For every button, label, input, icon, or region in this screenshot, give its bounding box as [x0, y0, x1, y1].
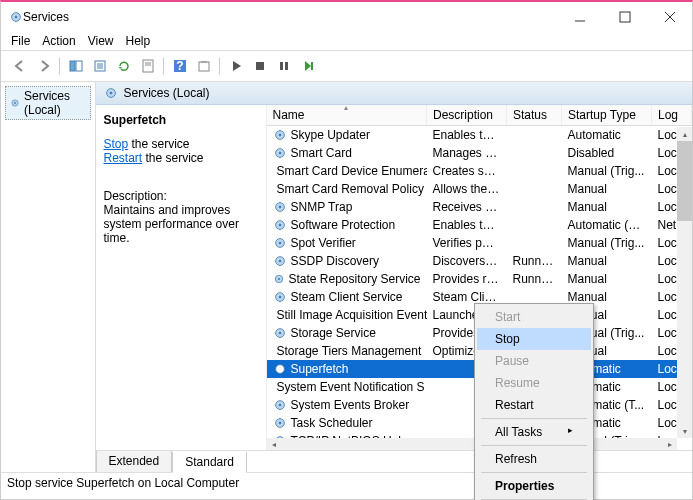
ctx-properties[interactable]: Properties	[477, 475, 591, 497]
ctx-refresh[interactable]: Refresh	[477, 448, 591, 470]
service-name: Spot Verifier	[291, 236, 356, 250]
scroll-down-icon[interactable]: ▾	[677, 424, 692, 438]
delete-button[interactable]	[193, 55, 215, 77]
restart-service-link[interactable]: Restart	[104, 151, 143, 165]
service-desc: Receives tra...	[427, 198, 507, 216]
description-label: Description:	[104, 189, 258, 203]
stop-service-link[interactable]: Stop	[104, 137, 129, 151]
service-name: SNMP Trap	[291, 200, 353, 214]
service-startup: Manual	[562, 252, 652, 270]
service-status	[507, 162, 562, 180]
svg-point-51	[278, 368, 281, 371]
service-row[interactable]: Smart Card Device Enumera...Creates soft…	[267, 162, 692, 180]
col-status[interactable]: Status	[507, 105, 562, 126]
title-bar: Services	[1, 2, 692, 32]
service-status	[507, 198, 562, 216]
col-startup[interactable]: Startup Type	[562, 105, 652, 126]
pane-title: Services (Local)	[124, 86, 210, 100]
view-tabs: Extended Standard	[96, 450, 693, 472]
ctx-separator	[481, 418, 587, 419]
vertical-scrollbar[interactable]: ▴ ▾	[677, 127, 692, 438]
ctx-start: Start	[477, 306, 591, 328]
svg-point-55	[278, 404, 281, 407]
ctx-stop[interactable]: Stop	[477, 328, 591, 350]
gear-icon	[273, 218, 287, 232]
service-row[interactable]: State Repository ServiceProvides re...Ru…	[267, 270, 692, 288]
services-icon	[9, 10, 23, 24]
pause-service-button[interactable]	[273, 55, 295, 77]
context-menu: Start Stop Pause Resume Restart All Task…	[474, 303, 594, 500]
refresh-button[interactable]	[113, 55, 135, 77]
svg-point-25	[278, 134, 281, 137]
service-row[interactable]: SNMP TrapReceives tra...ManualLoc	[267, 198, 692, 216]
service-row[interactable]: Skype UpdaterEnables the ...AutomaticLoc	[267, 126, 692, 145]
scroll-right-icon[interactable]: ▸	[663, 440, 677, 449]
minimize-button[interactable]	[557, 2, 602, 32]
ctx-all-tasks[interactable]: All Tasks▸	[477, 421, 591, 443]
service-row[interactable]: Software ProtectionEnables the ...Automa…	[267, 216, 692, 234]
service-row[interactable]: Smart Card Removal PolicyAllows the s...…	[267, 180, 692, 198]
service-desc: Enables the ...	[427, 126, 507, 145]
svg-point-27	[278, 152, 281, 155]
service-name: Smart Card Removal Policy	[277, 182, 424, 196]
svg-point-39	[278, 260, 281, 263]
service-desc: Verifies pote...	[427, 234, 507, 252]
col-description[interactable]: Description	[427, 105, 507, 126]
gear-icon	[104, 86, 118, 100]
svg-rect-16	[256, 62, 264, 70]
tab-standard[interactable]: Standard	[172, 452, 247, 473]
show-hide-tree-button[interactable]	[65, 55, 87, 77]
menu-bar: File Action View Help	[1, 32, 692, 50]
ctx-restart[interactable]: Restart	[477, 394, 591, 416]
svg-text:?: ?	[176, 59, 183, 73]
menu-view[interactable]: View	[88, 34, 114, 48]
col-name[interactable]: Name▴	[267, 105, 427, 126]
service-name: Steam Client Service	[291, 290, 403, 304]
service-status: Running	[507, 252, 562, 270]
service-startup: Manual	[562, 180, 652, 198]
horizontal-scrollbar[interactable]: ◂ ▸	[267, 438, 678, 450]
ctx-resume: Resume	[477, 372, 591, 394]
stop-service-button[interactable]	[249, 55, 271, 77]
scroll-up-icon[interactable]: ▴	[677, 127, 692, 141]
menu-action[interactable]: Action	[42, 34, 75, 48]
svg-rect-6	[70, 61, 75, 71]
service-startup: Disabled	[562, 144, 652, 162]
close-button[interactable]	[647, 2, 692, 32]
export-list-button[interactable]	[89, 55, 111, 77]
service-row[interactable]: Spot VerifierVerifies pote...Manual (Tri…	[267, 234, 692, 252]
restart-service-button[interactable]	[297, 55, 319, 77]
start-service-button[interactable]	[225, 55, 247, 77]
scroll-thumb[interactable]	[677, 141, 692, 221]
service-startup: Manual (Trig...	[562, 234, 652, 252]
properties-button[interactable]	[137, 55, 159, 77]
tree-node-services-local[interactable]: Services (Local)	[5, 86, 91, 120]
col-logon[interactable]: Log	[652, 105, 692, 126]
tree-node-label: Services (Local)	[24, 89, 86, 117]
stop-service-link-line: Stop the service	[104, 137, 258, 151]
svg-point-47	[278, 332, 281, 335]
tab-extended[interactable]: Extended	[96, 451, 173, 472]
back-button[interactable]	[9, 55, 31, 77]
svg-point-37	[278, 242, 281, 245]
menu-file[interactable]: File	[11, 34, 30, 48]
gear-icon	[273, 326, 287, 340]
help-button[interactable]: ?	[169, 55, 191, 77]
separator	[59, 57, 61, 75]
toolbar: ?	[1, 50, 692, 82]
sort-ascending-icon: ▴	[344, 105, 348, 112]
gear-icon	[273, 272, 285, 286]
scroll-left-icon[interactable]: ◂	[267, 440, 281, 449]
forward-button[interactable]	[33, 55, 55, 77]
ctx-separator	[481, 445, 587, 446]
maximize-button[interactable]	[602, 2, 647, 32]
gear-icon	[273, 290, 287, 304]
svg-rect-3	[620, 12, 630, 22]
service-row[interactable]: Smart CardManages ac...DisabledLoc	[267, 144, 692, 162]
menu-help[interactable]: Help	[126, 34, 151, 48]
gear-icon	[273, 362, 287, 376]
tree-pane: Services (Local)	[1, 82, 96, 472]
gear-icon	[10, 96, 20, 110]
window-title: Services	[23, 10, 557, 24]
service-row[interactable]: SSDP DiscoveryDiscovers n...RunningManua…	[267, 252, 692, 270]
